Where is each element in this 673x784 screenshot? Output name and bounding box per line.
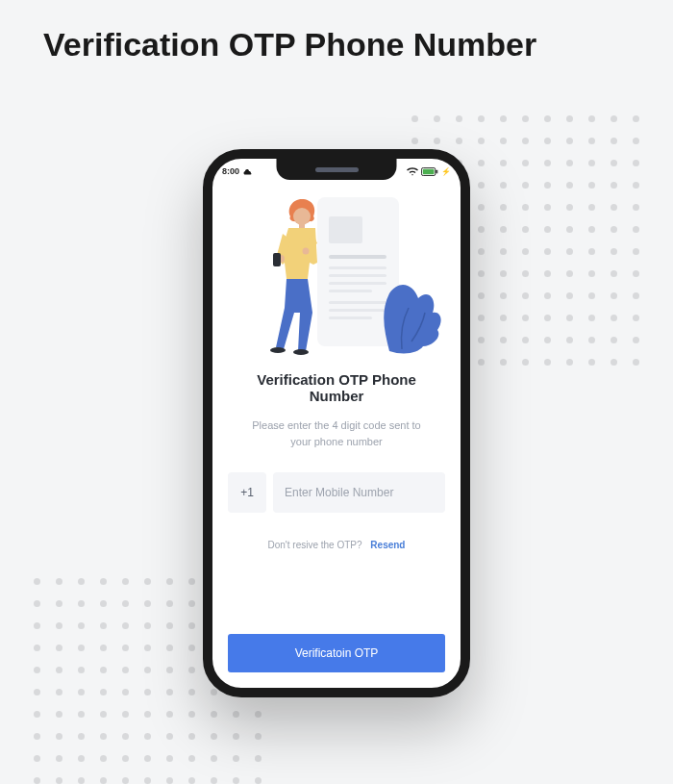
screen-subtitle: Please enter the 4 digit code sent to yo… bbox=[228, 417, 445, 449]
resend-row: Don't resive the OTP? Resend bbox=[228, 540, 445, 550]
svg-rect-7 bbox=[329, 274, 386, 277]
svg-rect-5 bbox=[329, 255, 386, 259]
svg-rect-11 bbox=[329, 309, 386, 312]
page-title: Verification OTP Phone Number bbox=[43, 24, 536, 65]
wifi-icon bbox=[407, 167, 418, 176]
phone-input-row: +1 bbox=[228, 472, 445, 513]
svg-rect-9 bbox=[329, 290, 372, 292]
resend-link[interactable]: Resend bbox=[370, 540, 405, 550]
screen-title: Verification OTP Phone Number bbox=[228, 371, 445, 404]
svg-rect-2 bbox=[436, 169, 436, 173]
illustration bbox=[228, 188, 445, 356]
svg-point-19 bbox=[270, 347, 286, 353]
svg-rect-16 bbox=[273, 253, 281, 266]
country-code-selector[interactable]: +1 bbox=[228, 472, 266, 513]
svg-point-18 bbox=[293, 349, 309, 355]
svg-rect-12 bbox=[329, 316, 372, 319]
svg-rect-6 bbox=[329, 266, 386, 269]
phone-notch bbox=[277, 159, 397, 180]
svg-rect-8 bbox=[329, 282, 386, 285]
status-time: 8:00 bbox=[222, 166, 239, 176]
resend-prompt-text: Don't resive the OTP? bbox=[268, 540, 362, 550]
verify-otp-button[interactable]: Verificatoin OTP bbox=[228, 634, 445, 672]
mobile-number-input[interactable] bbox=[273, 472, 445, 513]
svg-rect-10 bbox=[329, 301, 386, 304]
battery-icon bbox=[421, 167, 438, 176]
svg-rect-14 bbox=[299, 222, 305, 228]
svg-point-17 bbox=[303, 248, 310, 255]
cloud-icon bbox=[243, 168, 253, 175]
svg-rect-4 bbox=[329, 216, 362, 243]
charging-icon: ⚡ bbox=[441, 167, 451, 176]
phone-mockup: 8:00 ⚡ bbox=[203, 149, 470, 697]
svg-rect-1 bbox=[423, 168, 435, 173]
